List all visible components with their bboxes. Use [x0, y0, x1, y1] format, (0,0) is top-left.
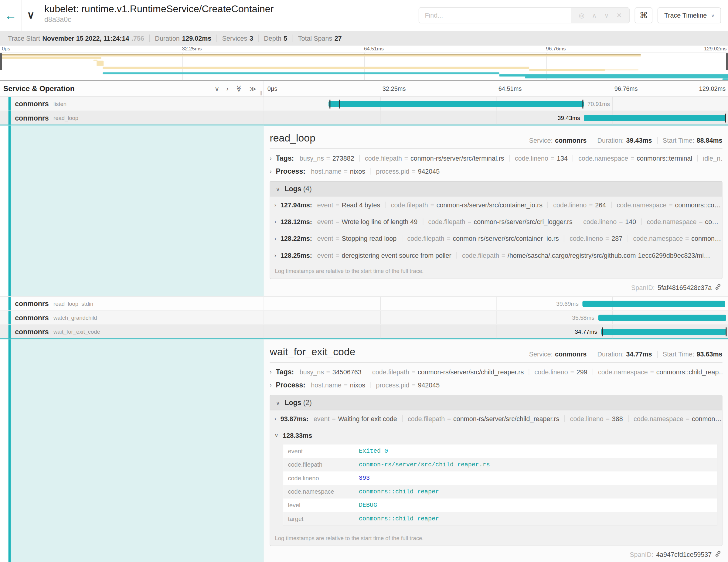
find-prev-icon[interactable]: ∧ — [592, 12, 597, 19]
key-value-pair[interactable]: process.pid=942045 — [376, 167, 440, 175]
scope-icon[interactable]: ◎ — [579, 12, 585, 19]
span-duration-bar[interactable] — [598, 315, 726, 321]
span-name-cell[interactable]: conmonrswatch_grandchild — [0, 311, 264, 325]
log-marker-tick[interactable] — [582, 99, 583, 108]
log-marker-tick[interactable] — [726, 327, 726, 336]
timeline-minimap[interactable]: 0μs32.25ms64.51ms96.76ms129.02ms — [0, 46, 728, 81]
log-marker-tick[interactable] — [339, 99, 340, 108]
chevron-down-icon[interactable]: ∨ — [276, 186, 280, 193]
chevron-right-icon[interactable]: › — [274, 415, 276, 422]
key-value-pair[interactable]: code.filepath=conmon-rs/server/src/cri_l… — [428, 218, 572, 226]
key-value-pair[interactable]: busy_ns=34506763 — [300, 368, 362, 376]
log-marker-tick[interactable] — [725, 114, 726, 122]
find-clear-icon[interactable]: ✕ — [616, 12, 622, 19]
span-timeline-cell[interactable]: 39.43ms — [264, 111, 728, 125]
chevron-down-icon[interactable]: ∨ — [274, 432, 279, 439]
span-service-name[interactable]: conmonrs — [15, 100, 49, 108]
log-entry[interactable]: ›128.12ms:event=Wrote log line of length… — [270, 213, 722, 230]
span-row-watch_grandchild[interactable]: conmonrswatch_grandchild35.58ms — [0, 311, 728, 325]
span-row-read_loop_stdin[interactable]: conmonrsread_loop_stdin39.69ms — [0, 297, 728, 311]
minimap-scrubber-right-handle[interactable] — [726, 53, 728, 70]
span-service-name[interactable]: conmonrs — [15, 114, 49, 122]
view-selector-button[interactable]: Trace Timeline ∨ — [658, 8, 721, 23]
key-value-pair[interactable]: code.filepath=/home/sascha/.cargo/regist… — [462, 252, 710, 259]
span-duration-bar[interactable] — [601, 329, 726, 335]
span-row-listen[interactable]: conmonrslisten70.91ms — [0, 97, 728, 111]
log-entry[interactable]: ›128.25ms:event=deregistering event sour… — [270, 247, 722, 264]
key-value-pair[interactable]: busy_ns=273882 — [300, 154, 354, 162]
key-value-pair[interactable]: host.name=nixos — [311, 381, 365, 389]
span-duration-bar[interactable] — [582, 301, 725, 307]
tags-row[interactable]: ›Tags:busy_ns=273882code.filepath=conmon… — [270, 154, 723, 162]
key-value-pair[interactable]: code.filepath=conmon-rs/server/src/termi… — [365, 154, 504, 162]
key-value-pair[interactable]: code.namespace=conmon… — [633, 235, 721, 242]
find-next-icon[interactable]: ∨ — [604, 12, 609, 19]
log-entry[interactable]: ∨128.33ms — [270, 427, 722, 444]
collapse-one-icon[interactable]: ∨ — [215, 85, 219, 93]
collapse-trace-header-button[interactable]: ∨ — [22, 0, 39, 31]
link-icon[interactable] — [714, 550, 721, 559]
key-value-pair[interactable]: code.namespace=conmonrs::co… — [617, 201, 721, 209]
chevron-right-icon[interactable]: › — [274, 202, 276, 208]
span-service-name[interactable]: conmonrs — [15, 328, 49, 335]
log-marker-tick[interactable] — [329, 99, 330, 108]
chevron-down-icon[interactable]: ∨ — [276, 400, 280, 407]
log-entry[interactable]: ›127.94ms:event=Read 4 bytescode.filepat… — [270, 196, 722, 213]
link-icon[interactable] — [714, 283, 721, 292]
key-value-pair[interactable]: code.lineno=299 — [535, 368, 587, 376]
key-value-pair[interactable]: code.namespace=co… — [647, 218, 718, 226]
key-value-pair[interactable]: host.name=nixos — [311, 167, 365, 175]
key-value-pair[interactable]: process.pid=942045 — [376, 381, 440, 389]
key-value-pair[interactable]: code.lineno=134 — [515, 154, 568, 162]
span-timeline-cell[interactable]: 34.77ms — [264, 325, 728, 339]
log-marker-tick[interactable] — [602, 327, 603, 336]
key-value-pair[interactable]: event=deregistering event source from po… — [317, 252, 451, 259]
log-entry[interactable]: ›93.87ms:event=Waiting for exit codecode… — [270, 410, 722, 427]
minimap-canvas[interactable] — [0, 52, 728, 81]
span-row-read_loop[interactable]: conmonrsread_loop39.43ms — [0, 111, 728, 126]
log-entry[interactable]: ›128.22ms:event=Stopping read loopcode.f… — [270, 230, 722, 247]
logs-header[interactable]: ∨Logs(2) — [270, 395, 722, 410]
span-timeline-cell[interactable]: 35.58ms — [264, 311, 728, 325]
key-value-pair[interactable]: idle_n… — [703, 154, 723, 162]
tags-row[interactable]: ›Tags:busy_ns=34506763code.filepath=conm… — [270, 368, 723, 376]
collapse-all-icon[interactable]: ≫ — [235, 85, 243, 92]
chevron-right-icon[interactable]: › — [274, 252, 276, 259]
process-row[interactable]: ›Process:host.name=nixosprocess.pid=9420… — [270, 167, 723, 175]
key-value-pair[interactable]: code.lineno=388 — [570, 415, 623, 423]
chevron-right-icon[interactable]: › — [270, 382, 272, 388]
key-value-pair[interactable]: code.namespace=conmonrs::terminal — [578, 154, 692, 162]
span-row-wait_for_exit_code[interactable]: conmonrswait_for_exit_code34.77ms — [0, 325, 728, 339]
process-row[interactable]: ›Process:host.name=nixosprocess.pid=9420… — [270, 381, 723, 389]
key-value-pair[interactable]: code.filepath=conmon-rs/server/src/conta… — [407, 235, 559, 242]
back-button[interactable]: ← — [0, 0, 22, 31]
expand-one-icon[interactable]: › — [226, 85, 229, 93]
span-name-cell[interactable]: conmonrswait_for_exit_code — [0, 325, 264, 339]
key-value-pair[interactable]: code.lineno=140 — [583, 218, 636, 226]
minimap-scrubber-left-handle[interactable] — [0, 53, 2, 70]
span-duration-bar[interactable] — [584, 115, 725, 121]
key-value-pair[interactable]: code.filepath=conmon-rs/server/src/child… — [408, 415, 559, 423]
span-duration-bar[interactable] — [328, 101, 583, 107]
key-value-pair[interactable]: event=Waiting for exit code — [314, 415, 397, 423]
keyboard-shortcuts-button[interactable]: ⌘ — [635, 8, 652, 23]
find-input[interactable] — [419, 8, 571, 23]
logs-header[interactable]: ∨Logs(4) — [270, 182, 722, 196]
key-value-pair[interactable]: code.filepath=conmon-rs/server/src/conta… — [391, 201, 543, 209]
chevron-right-icon[interactable]: › — [274, 235, 276, 242]
key-value-pair[interactable]: event=Wrote log line of length 49 — [317, 218, 417, 226]
chevron-right-icon[interactable]: › — [270, 168, 272, 175]
key-value-pair[interactable]: code.lineno=287 — [570, 235, 622, 242]
key-value-pair[interactable]: event=Stopping read loop — [317, 235, 396, 242]
span-detail-highlight[interactable] — [11, 339, 264, 562]
key-value-pair[interactable]: code.filepath=conmon-rs/server/src/child… — [372, 368, 524, 376]
expand-all-icon[interactable]: ≫ — [249, 85, 256, 93]
span-service-name[interactable]: conmonrs — [15, 300, 49, 308]
chevron-right-icon[interactable]: › — [270, 369, 272, 375]
column-resizer-grip[interactable]: ∥ — [260, 90, 262, 95]
span-service-name[interactable]: conmonrs — [15, 314, 49, 322]
chevron-right-icon[interactable]: › — [270, 155, 272, 162]
span-timeline-cell[interactable]: 70.91ms — [264, 97, 728, 111]
chevron-right-icon[interactable]: › — [274, 218, 276, 225]
span-name-cell[interactable]: conmonrslisten — [0, 97, 264, 111]
